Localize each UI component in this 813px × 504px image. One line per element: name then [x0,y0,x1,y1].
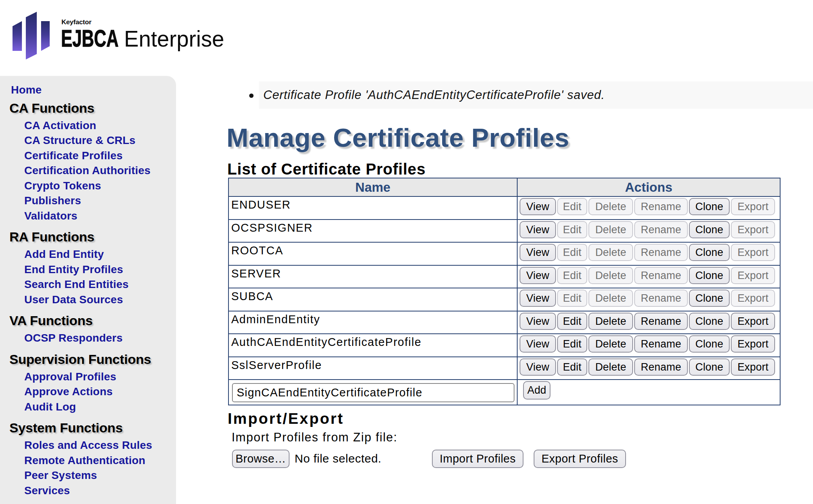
svg-text:EJBCA: EJBCA [61,25,119,52]
svg-text:Enterprise: Enterprise [124,26,224,51]
